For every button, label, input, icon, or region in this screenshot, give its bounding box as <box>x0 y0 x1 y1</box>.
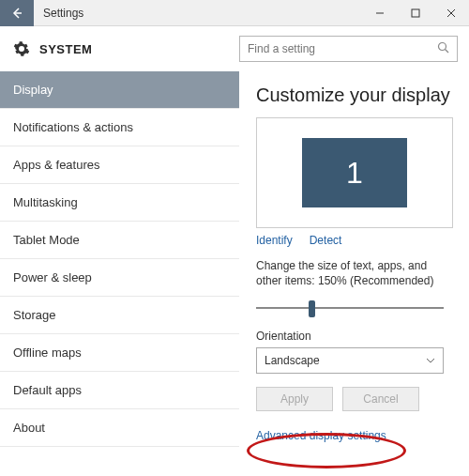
sidebar-item-storage[interactable]: Storage <box>0 297 239 334</box>
display-arrangement[interactable]: 1 <box>256 117 453 228</box>
sidebar-item-label: Notifications & actions <box>13 120 133 134</box>
scale-label: Change the size of text, apps, and other… <box>256 258 454 288</box>
sidebar-item-power[interactable]: Power & sleep <box>0 259 239 297</box>
sidebar-item-offline-maps[interactable]: Offline maps <box>0 334 239 372</box>
gear-icon <box>13 40 30 57</box>
sidebar-item-tablet[interactable]: Tablet Mode <box>0 222 239 259</box>
sidebar-item-notifications[interactable]: Notifications & actions <box>0 109 239 146</box>
sidebar-item-label: About <box>13 421 45 435</box>
sidebar-item-label: Apps & features <box>13 158 100 172</box>
minimize-button[interactable] <box>362 0 398 26</box>
sidebar-item-label: Storage <box>13 308 56 322</box>
search-box[interactable] <box>239 36 458 62</box>
sidebar-item-about[interactable]: About <box>0 409 239 447</box>
close-icon <box>446 8 456 18</box>
sidebar-item-label: Display <box>13 83 53 97</box>
header-right <box>239 36 469 62</box>
svg-rect-1 <box>412 9 419 17</box>
sidebar: Display Notifications & actions Apps & f… <box>0 71 239 476</box>
content: Display Notifications & actions Apps & f… <box>0 71 469 476</box>
maximize-icon <box>411 8 420 18</box>
chevron-down-icon <box>426 358 435 363</box>
apply-label: Apply <box>280 392 309 406</box>
system-heading: SYSTEM <box>39 42 92 56</box>
slider-track <box>256 307 444 309</box>
apply-button: Apply <box>256 387 333 411</box>
cancel-label: Cancel <box>363 392 398 406</box>
slider-thumb[interactable] <box>309 300 315 317</box>
sidebar-item-default-apps[interactable]: Default apps <box>0 372 239 409</box>
button-row: Apply Cancel <box>256 387 454 411</box>
back-button[interactable] <box>0 0 34 26</box>
detect-link[interactable]: Detect <box>310 234 342 247</box>
window-title: Settings <box>34 7 362 20</box>
orientation-value: Landscape <box>265 354 320 367</box>
orientation-label: Orientation <box>256 330 454 343</box>
identify-link[interactable]: Identify <box>256 234 293 247</box>
orientation-combo[interactable]: Landscape <box>256 347 444 374</box>
titlebar: Settings <box>0 0 469 26</box>
svg-point-4 <box>439 43 446 51</box>
sidebar-item-display[interactable]: Display <box>0 71 239 109</box>
sidebar-item-multitasking[interactable]: Multitasking <box>0 184 239 222</box>
svg-line-5 <box>446 50 449 54</box>
display-actions: Identify Detect <box>256 234 454 247</box>
search-icon <box>437 40 449 57</box>
sidebar-item-apps[interactable]: Apps & features <box>0 146 239 184</box>
cancel-button: Cancel <box>342 387 419 411</box>
search-input[interactable] <box>248 42 437 55</box>
sidebar-item-label: Multitasking <box>13 195 78 209</box>
close-button[interactable] <box>433 0 469 26</box>
sidebar-item-label: Default apps <box>13 383 82 397</box>
arrow-left-icon <box>10 7 23 20</box>
minimize-icon <box>375 8 385 18</box>
header: SYSTEM <box>0 26 469 71</box>
advanced-display-link[interactable]: Advanced display settings <box>256 429 386 442</box>
page-title: Customize your display <box>256 84 454 106</box>
monitor-tile-1[interactable]: 1 <box>302 138 407 207</box>
monitor-number: 1 <box>346 156 363 191</box>
sidebar-item-label: Power & sleep <box>13 270 92 284</box>
header-left: SYSTEM <box>0 40 239 57</box>
main-panel: Customize your display 1 Identify Detect… <box>239 71 469 476</box>
scale-slider[interactable] <box>256 298 444 318</box>
sidebar-item-label: Tablet Mode <box>13 233 80 247</box>
sidebar-item-label: Offline maps <box>13 345 82 360</box>
maximize-button[interactable] <box>398 0 433 26</box>
